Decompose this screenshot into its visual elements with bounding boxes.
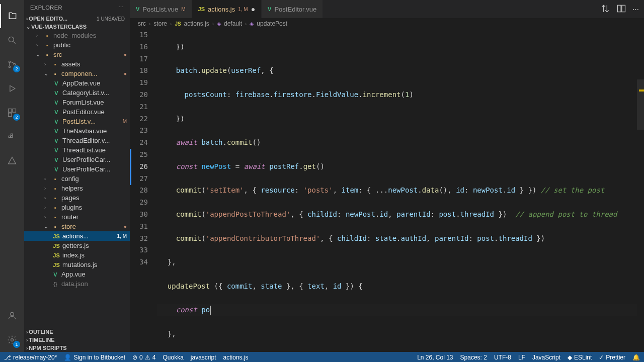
tree-file[interactable]: VUserProfileCar...	[24, 164, 130, 174]
file-status[interactable]: actions.js	[223, 354, 249, 361]
file-tree: ›▪node_modules ›▪public ⌄▪src● ›▪assets …	[24, 31, 130, 328]
tree-file[interactable]: JSmutations.js	[24, 260, 130, 269]
more-icon[interactable]: ⋯	[118, 4, 124, 11]
problems-status[interactable]: ⊘0⚠4	[132, 354, 155, 361]
compare-icon[interactable]	[600, 4, 610, 15]
tool-icon[interactable]	[0, 149, 24, 173]
check-icon: ✓	[599, 354, 604, 361]
search-icon[interactable]	[0, 28, 24, 52]
explorer-header: EXPLORER⋯	[24, 0, 130, 15]
tree-folder[interactable]: ⌄▪componen...●	[24, 69, 130, 78]
run-debug-icon[interactable]	[0, 76, 24, 101]
person-icon: 👤	[64, 354, 71, 361]
tab-postlist[interactable]: VPostList.vueM	[130, 0, 192, 18]
more-tab-icon[interactable]: ⋯	[632, 6, 639, 13]
svg-rect-13	[622, 5, 625, 12]
branch-status[interactable]: ⎇release/may-20*	[4, 354, 57, 361]
signin-status[interactable]: 👤Sign in to Bitbucket	[64, 354, 125, 361]
tree-folder[interactable]: ›▪node_modules	[24, 31, 130, 40]
svg-point-0	[9, 37, 14, 42]
warning-icon: ⚠	[145, 354, 150, 361]
svg-rect-5	[13, 109, 16, 113]
svg-rect-9	[11, 134, 13, 135]
lang-detect-status[interactable]: javascript	[191, 354, 216, 361]
quokka-status[interactable]: Quokka	[163, 354, 183, 361]
tree-folder[interactable]: ›▪helpers	[24, 184, 130, 193]
tree-file[interactable]: JSindex.js	[24, 250, 130, 260]
eslint-icon: ◆	[568, 354, 572, 361]
svg-point-11	[11, 339, 14, 341]
split-icon[interactable]	[616, 4, 626, 15]
lang-status[interactable]: JavaScript	[532, 354, 560, 361]
gutter-modified-indicator	[130, 149, 131, 185]
status-bar: ⎇release/may-20* 👤Sign in to Bitbucket ⊘…	[0, 352, 644, 362]
cursor-pos-status[interactable]: Ln 26, Col 13	[417, 354, 453, 361]
docker-icon[interactable]	[0, 125, 24, 149]
tree-file[interactable]: VTheNavbar.vue	[24, 126, 130, 136]
tree-file[interactable]: VForumList.vue	[24, 98, 130, 107]
svg-point-2	[9, 66, 10, 67]
svg-point-10	[11, 312, 14, 316]
eslint-status[interactable]: ◆ESLint	[568, 354, 592, 361]
svg-rect-12	[618, 5, 621, 12]
eol-status[interactable]: LF	[518, 354, 525, 361]
settings-badge: 1	[13, 341, 20, 348]
tab-posteditor[interactable]: VPostEditor.vue	[262, 0, 323, 18]
tree-folder[interactable]: ›▪pages	[24, 193, 130, 203]
tree-file[interactable]: VPostEditor.vue	[24, 107, 130, 117]
code-content[interactable]: }) batch.update(userRef, { postsCount: f…	[157, 29, 644, 352]
settings-icon[interactable]: 1	[0, 328, 24, 352]
code-editor[interactable]: 1516171819 2021222324 2526272829 3031323…	[130, 29, 644, 352]
scm-badge: 2	[13, 65, 20, 72]
tree-file[interactable]: VUserProfileCar...	[24, 155, 130, 164]
tab-actions[interactable]: JSactions.js1, M●	[192, 0, 262, 18]
tree-folder[interactable]: ›▪router	[24, 212, 130, 222]
open-editors-section[interactable]: ›OPEN EDITO...1 UNSAVED	[24, 15, 130, 23]
tree-file[interactable]: JSgetters.js	[24, 241, 130, 250]
timeline-section[interactable]: ›TIMELINE	[24, 336, 130, 344]
npm-section[interactable]: ›NPM SCRIPTS	[24, 344, 130, 352]
svg-rect-7	[9, 136, 10, 137]
tree-file[interactable]: VApp.vue	[24, 269, 130, 279]
line-gutter: 1516171819 2021222324 2526272829 3031323…	[130, 29, 157, 352]
tree-folder[interactable]: ›▪config	[24, 174, 130, 184]
tree-file-actions[interactable]: JSactions...1, M	[24, 231, 130, 241]
source-control-icon[interactable]: 2	[0, 52, 24, 76]
outline-section[interactable]: ›OUTLINE	[24, 328, 130, 336]
explorer-icon[interactable]	[0, 4, 24, 28]
tree-file[interactable]: {}data.json	[24, 279, 130, 289]
tree-folder[interactable]: ›▪plugins	[24, 203, 130, 212]
tree-file[interactable]: VThreadList.vue	[24, 145, 130, 155]
activity-bar: 2 2 1	[0, 0, 24, 352]
editor-area: VPostList.vueM JSactions.js1, M● VPostEd…	[130, 0, 644, 352]
svg-point-1	[9, 61, 10, 62]
tree-folder[interactable]: ›▪assets	[24, 59, 130, 69]
tab-bar: VPostList.vueM JSactions.js1, M● VPostEd…	[130, 0, 644, 18]
explorer-sidebar: EXPLORER⋯ ›OPEN EDITO...1 UNSAVED ⌄VUE-M…	[24, 0, 130, 352]
svg-rect-4	[9, 109, 12, 113]
account-icon[interactable]	[0, 304, 24, 328]
error-icon: ⊘	[132, 354, 137, 361]
notification-icon[interactable]: 🔔	[632, 354, 640, 361]
prettier-status[interactable]: ✓Prettier	[599, 354, 625, 361]
svg-rect-8	[11, 136, 13, 137]
extensions-icon[interactable]: 2	[0, 101, 24, 125]
unsaved-dot-icon[interactable]: ●	[251, 5, 255, 13]
tree-file[interactable]: VPostList.v...M	[24, 117, 130, 126]
tree-folder[interactable]: ⌄▪src●	[24, 50, 130, 59]
tree-folder[interactable]: ⌄▪store●	[24, 222, 130, 231]
tree-file[interactable]: VCategoryList.v...	[24, 88, 130, 98]
explorer-title: EXPLORER	[30, 5, 62, 11]
encoding-status[interactable]: UTF-8	[494, 354, 511, 361]
indent-status[interactable]: Spaces: 2	[460, 354, 487, 361]
svg-rect-6	[9, 113, 12, 117]
project-section[interactable]: ⌄VUE-MASTERCLASS	[24, 23, 130, 31]
tree-file[interactable]: VThreadEditor.v...	[24, 136, 130, 145]
tree-folder[interactable]: ›▪public	[24, 40, 130, 50]
tree-file[interactable]: VAppDate.vue	[24, 78, 130, 88]
branch-icon: ⎇	[4, 354, 11, 361]
ext-badge: 2	[13, 114, 20, 121]
breadcrumbs[interactable]: src› store› JSactions.js› ◈default› ◈upd…	[130, 18, 644, 29]
minimap[interactable]	[637, 29, 644, 352]
